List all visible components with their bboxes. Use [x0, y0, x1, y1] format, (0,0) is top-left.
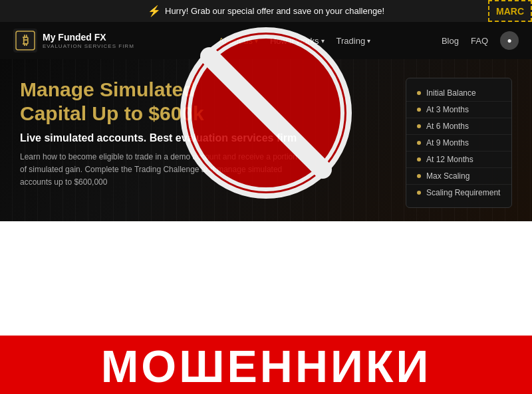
logo-text: My Funded FX EVALUATION SERVICES FIRM	[43, 32, 134, 49]
brand-name: My Funded FX	[43, 32, 134, 43]
navbar: ₿ My Funded FX EVALUATION SERVICES FIRM …	[0, 22, 532, 59]
table-row: Scaling Requirement	[406, 185, 511, 201]
dot-icon	[417, 191, 421, 195]
hero-subtitle: Live simulated accounts. Best evaluation…	[20, 132, 406, 144]
lightning-icon: ⚡	[148, 5, 161, 17]
table-row: Max Scaling	[406, 168, 511, 185]
dot-icon	[417, 157, 421, 161]
hero-section: Manage Simulated Capital Up to $600k Liv…	[0, 59, 532, 221]
nav-links: About us ▾ How it works ▾ Trading ▾	[161, 36, 428, 46]
dot-icon	[417, 108, 421, 112]
dot-icon	[417, 174, 421, 178]
logo-icon: ₿	[13, 29, 37, 52]
scam-text: МОШЕННИКИ	[101, 341, 432, 391]
brand-sub: EVALUATION SERVICES FIRM	[43, 43, 134, 49]
hero-content: Manage Simulated Capital Up to $600k Liv…	[20, 78, 406, 189]
marc-badge: MARC	[488, 0, 532, 22]
nav-item-blog[interactable]: Blog	[442, 36, 459, 46]
table-row: At 6 Months	[406, 118, 511, 135]
hero-description: Learn how to become eligible to trade in…	[20, 151, 299, 189]
website-area: ⚡ Hurry! Grab our special offer and save…	[0, 0, 532, 221]
nav-item-about[interactable]: About us ▾	[219, 36, 258, 46]
chevron-down-icon: ▾	[255, 37, 258, 45]
svg-text:₿: ₿	[23, 34, 29, 47]
chevron-down-icon: ▾	[367, 37, 370, 45]
dot-icon	[417, 141, 421, 145]
table-row: Initial Balance	[406, 85, 511, 102]
nav-right: Blog FAQ ●	[442, 31, 519, 50]
table-row: At 3 Months	[406, 102, 511, 118]
table-row: At 9 Months	[406, 135, 511, 151]
table-row: At 12 Months	[406, 151, 511, 168]
hero-title: Manage Simulated Capital Up to $600k	[20, 78, 406, 126]
scam-banner: МОШЕННИКИ	[0, 336, 532, 394]
banner-text: Hurry! Grab our special offer and save o…	[165, 6, 384, 16]
side-table: Initial Balance At 3 Months At 6 Months …	[406, 78, 512, 208]
logo-area[interactable]: ₿ My Funded FX EVALUATION SERVICES FIRM	[13, 29, 134, 52]
dot-icon	[417, 91, 421, 95]
chevron-down-icon: ▾	[321, 37, 325, 45]
user-avatar[interactable]: ●	[500, 31, 519, 50]
dot-icon	[417, 124, 421, 128]
nav-item-how[interactable]: How it works ▾	[270, 36, 325, 46]
nav-item-trading[interactable]: Trading ▾	[336, 36, 371, 46]
nav-item-faq[interactable]: FAQ	[471, 36, 488, 46]
top-banner: ⚡ Hurry! Grab our special offer and save…	[0, 0, 532, 22]
